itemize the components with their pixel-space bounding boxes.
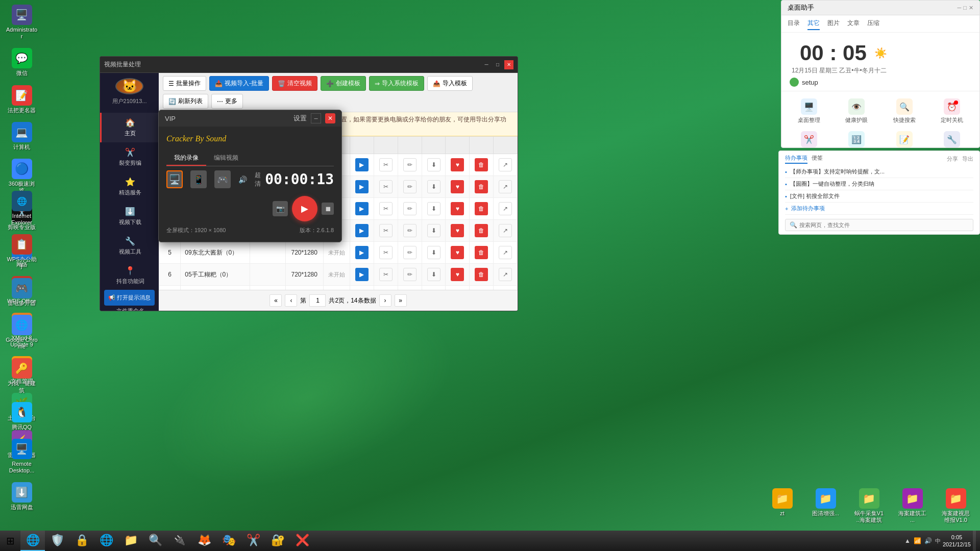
rp-tool-search[interactable]: 🔍 快捷搜索 xyxy=(881,95,928,127)
desktop-icon-snail[interactable]: 📁 蜗牛采集V1..海案建筑 xyxy=(850,486,888,525)
sidebar-item-douyin[interactable]: 📍 抖音功能词 xyxy=(100,261,159,290)
device-monitor-icon[interactable]: 🖥️ xyxy=(166,170,183,188)
desktop-icon-xunlei[interactable]: ⬇️ 迅雷网盘 xyxy=(3,480,41,513)
vip-tab-edit[interactable]: 编辑视频 xyxy=(206,151,246,166)
right-panel-close-icon[interactable]: ✕ xyxy=(969,5,973,11)
taskbar-icon-search[interactable]: 🔍 xyxy=(143,531,167,551)
taskbar-up-arrow[interactable]: ▲ xyxy=(904,537,911,544)
desktop-icon-qq[interactable]: 🐧 腾讯QQ xyxy=(3,400,41,433)
next-page-button[interactable]: › xyxy=(379,294,391,307)
taskbar-icon-folder[interactable]: 📁 xyxy=(118,531,143,551)
batch-ops-button[interactable]: ☰ 批量操作 xyxy=(163,76,206,91)
refresh-list-button[interactable]: 🔄 刷新列表 xyxy=(163,94,208,109)
share-btn-2[interactable]: ↗ xyxy=(499,180,512,193)
start-button[interactable]: ⊞ xyxy=(0,531,20,551)
dl-btn-3[interactable]: ⬇ xyxy=(427,202,440,215)
edit-btn-1[interactable]: ✏ xyxy=(403,158,416,171)
trash-btn-2[interactable]: 🗑 xyxy=(475,180,488,193)
desktop-icon-tuqing[interactable]: 📁 图清增强... xyxy=(806,486,845,525)
import-sys-template-button[interactable]: ⇒ 导入系统模板 xyxy=(369,76,424,91)
share-btn-5[interactable]: ↗ xyxy=(499,246,512,259)
show-desktop-button[interactable] xyxy=(973,531,976,551)
taskbar-icon-redx[interactable]: ❌ xyxy=(290,531,314,551)
taskbar-time[interactable]: 0:05 2021/12/15 xyxy=(943,534,971,548)
desktop-icon-chrome[interactable]: 🌐 Google Chrome xyxy=(3,313,41,352)
dl-btn-6[interactable]: ⬇ xyxy=(427,268,440,281)
right-panel-expand-icon[interactable]: □ xyxy=(963,5,967,11)
red-btn-5[interactable]: ♥ xyxy=(451,246,464,259)
first-page-button[interactable]: « xyxy=(270,294,282,307)
maximize-button[interactable]: □ xyxy=(493,60,502,69)
vip-tab-my[interactable]: 我的录像 xyxy=(166,151,206,166)
close-button[interactable]: ✕ xyxy=(504,60,513,69)
edit-btn-2[interactable]: ✏ xyxy=(403,180,416,193)
taskbar-icon-chrome2[interactable]: 🌐 xyxy=(94,531,118,551)
dl-btn-4[interactable]: ⬇ xyxy=(427,224,440,237)
desktop-icon-zt[interactable]: 📁 zt xyxy=(763,486,801,525)
desktop-icon-ie[interactable]: 🌐 InternetExplorer xyxy=(3,189,41,228)
taskbar-lang-icon[interactable]: 中 xyxy=(935,537,941,545)
rp-tab-catalog[interactable]: 目录 xyxy=(788,17,800,30)
prev-page-button[interactable]: ‹ xyxy=(285,294,297,307)
desktop-icon-haian[interactable]: 📁 海案建筑工... xyxy=(893,486,932,525)
desktop-icon-admin[interactable]: 🖥️ Administrator xyxy=(3,3,41,42)
desktop-icon-wpshelper[interactable]: 📋 WPS办公助手 xyxy=(3,232,41,271)
scissor-btn-5[interactable]: ✂ xyxy=(379,246,393,259)
edit-btn-3[interactable]: ✏ xyxy=(403,202,416,215)
device-phone-icon[interactable]: 📱 xyxy=(190,170,207,188)
play-btn-2[interactable]: ▶ xyxy=(355,180,369,193)
notif-item-3[interactable]: • [文件] 初搜全部文件 xyxy=(785,190,973,203)
red-btn-6[interactable]: ♥ xyxy=(451,268,464,281)
sidebar-item-cut[interactable]: ✂️ 裂变剪编 xyxy=(100,142,159,172)
share-btn-3[interactable]: ↗ xyxy=(499,202,512,215)
sidebar-item-service[interactable]: ⭐ 精选服务 xyxy=(100,172,159,202)
dl-btn-2[interactable]: ⬇ xyxy=(427,180,440,193)
right-panel-minimize-icon[interactable]: ─ xyxy=(958,5,962,11)
import-batch-button[interactable]: 📥 视频导入-批量 xyxy=(209,76,269,91)
desktop-icon-remote[interactable]: 🖥️ RemoteDesktop... xyxy=(3,437,41,476)
edit-btn-5[interactable]: ✏ xyxy=(403,246,416,259)
taskbar-icon-chrome[interactable]: 🌐 xyxy=(20,531,45,551)
desktop-icon-wechat[interactable]: 💬 微信 xyxy=(3,46,41,79)
last-page-button[interactable]: » xyxy=(395,294,407,307)
rp-tool-desktop[interactable]: 🖥️ 桌面整理 xyxy=(786,95,832,127)
open-tips-button[interactable]: 📢 打开提示消息 xyxy=(104,290,155,306)
play-button[interactable]: ▶ xyxy=(292,196,317,221)
share-button[interactable]: 分享 xyxy=(947,155,958,163)
right-panel-search[interactable]: 🔍 xyxy=(785,219,973,231)
sidebar-item-tools[interactable]: 🔧 视频工具 xyxy=(100,231,159,261)
taskbar-icon-360shield[interactable]: 🛡️ xyxy=(45,531,69,551)
page-input[interactable] xyxy=(309,294,326,307)
taskbar-icon-xcut[interactable]: ✂️ xyxy=(241,531,265,551)
sidebar-item-download[interactable]: ⬇️ 视频下载 xyxy=(100,202,159,231)
desktop-icon-thunder[interactable]: 🎮 雷电多开器 xyxy=(3,276,41,309)
play-btn-6[interactable]: ▶ xyxy=(355,268,369,281)
stop-button[interactable]: ⏹ xyxy=(322,203,334,215)
trash-btn-4[interactable]: 🗑 xyxy=(475,224,488,237)
share-btn-6[interactable]: ↗ xyxy=(499,268,512,281)
desktop-icon-computer[interactable]: 💻 计算机 xyxy=(3,120,41,153)
edit-btn-4[interactable]: ✏ xyxy=(403,224,416,237)
desktop-icon-rename[interactable]: 📝 法把更名器 xyxy=(3,83,41,116)
red-btn-3[interactable]: ♥ xyxy=(451,202,464,215)
play-btn-5[interactable]: ▶ xyxy=(355,246,369,259)
scissor-btn-2[interactable]: ✂ xyxy=(379,180,393,193)
notif-item-1[interactable]: • 【师办事项】支持定时响铃提醒，文... xyxy=(785,166,973,178)
dl-btn-1[interactable]: ⬇ xyxy=(427,158,440,171)
taskbar-icon-firefox[interactable]: 🦊 xyxy=(192,531,216,551)
trash-btn-6[interactable]: 🗑 xyxy=(475,268,488,281)
desktop-icon-yikey[interactable]: 🔑 为我一键建筑 xyxy=(3,356,41,395)
notif-item-2[interactable]: • 【圆圈】一键自动整理，分类归纳 xyxy=(785,178,973,190)
scissor-btn-4[interactable]: ✂ xyxy=(379,224,393,237)
import-template-button[interactable]: 📤 导入模板 xyxy=(427,76,473,91)
play-btn-1[interactable]: ▶ xyxy=(355,158,369,171)
trash-btn-1[interactable]: 🗑 xyxy=(475,158,488,171)
device-gamepad-icon[interactable]: 🎮 xyxy=(214,170,231,188)
rp-tool-timer[interactable]: ⏰ 定时关机 xyxy=(929,95,976,127)
share-btn-4[interactable]: ↗ xyxy=(499,224,512,237)
red-btn-2[interactable]: ♥ xyxy=(451,180,464,193)
taskbar-icon-key[interactable]: 🔐 xyxy=(265,531,290,551)
share-btn-1[interactable]: ↗ xyxy=(499,158,512,171)
taskbar-icon-mickey[interactable]: 🎭 xyxy=(216,531,241,551)
rp-tool-health[interactable]: 👁️ 健康护眼 xyxy=(834,95,880,127)
